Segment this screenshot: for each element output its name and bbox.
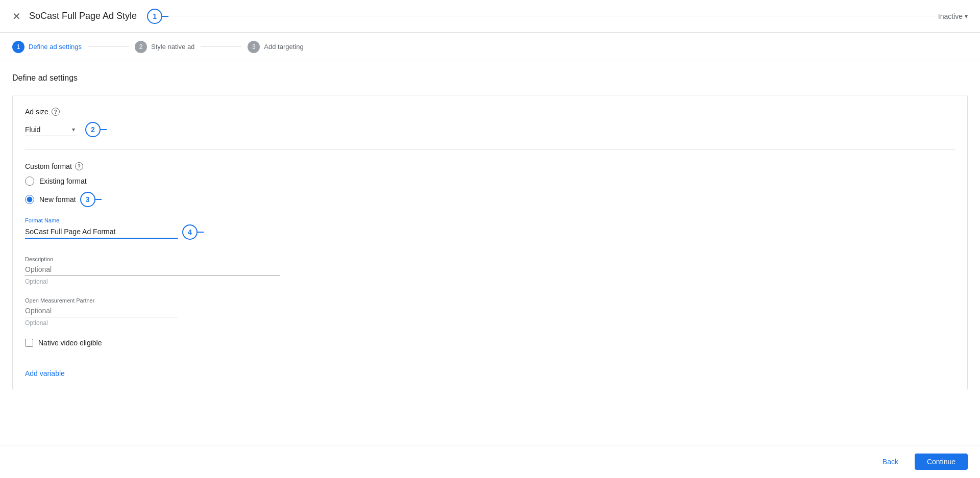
description-section: Description Optional	[25, 256, 955, 285]
ad-size-help-icon[interactable]: ?	[52, 108, 60, 116]
page-title: SoCast Full Page Ad Style	[29, 11, 137, 21]
step-3-label: Add targeting	[264, 43, 303, 51]
format-name-label: Format Name	[25, 217, 955, 223]
existing-format-input[interactable]	[25, 177, 34, 186]
main-content: Define ad settings Ad size ? Fluid Fixed…	[0, 61, 980, 411]
step-1-label: Define ad settings	[29, 43, 82, 51]
new-format-label: New format	[39, 195, 76, 204]
ad-size-section: Ad size ? Fluid Fixed Responsive 2	[25, 108, 955, 137]
section-title: Define ad settings	[12, 73, 968, 83]
open-measurement-input[interactable]	[25, 305, 178, 317]
header: ✕ SoCast Full Page Ad Style 1 Inactive ▾	[0, 0, 980, 33]
description-input[interactable]	[25, 263, 280, 276]
status-label: Inactive	[938, 12, 963, 20]
step-1[interactable]: 1 Define ad settings	[12, 41, 82, 53]
ad-size-select-wrapper: Fluid Fixed Responsive	[25, 123, 77, 136]
custom-format-radio-group: Existing format New format 3	[25, 177, 955, 207]
ad-size-label: Ad size ?	[25, 108, 955, 116]
existing-format-label: Existing format	[39, 177, 87, 185]
annotation-badge-2: 2	[85, 122, 101, 137]
new-format-row: New format 3	[25, 192, 955, 207]
open-measurement-section: Open Measurement Partner Optional	[25, 297, 955, 326]
header-underline	[168, 16, 938, 16]
description-hint: Optional	[25, 278, 955, 285]
status-dropdown[interactable]: Inactive ▾	[938, 12, 968, 20]
settings-card: Ad size ? Fluid Fixed Responsive 2 Custo…	[12, 95, 968, 390]
custom-format-label: Custom format ?	[25, 162, 955, 170]
existing-format-radio[interactable]: Existing format	[25, 177, 955, 186]
annotation-badge-3: 3	[80, 192, 95, 207]
step-1-number: 1	[12, 41, 24, 53]
native-video-section: Native video eligible	[25, 339, 955, 347]
chevron-down-icon: ▾	[965, 13, 968, 20]
add-variable-section: Add variable	[25, 359, 955, 378]
format-name-input-row: 4	[25, 224, 955, 240]
divider-1	[25, 149, 955, 150]
format-name-input[interactable]	[25, 225, 178, 239]
add-variable-button[interactable]: Add variable	[25, 369, 65, 378]
annotation-badge-1: 1	[147, 9, 162, 24]
step-2-label: Style native ad	[151, 43, 194, 51]
ad-size-dropdown-wrap: Fluid Fixed Responsive 2	[25, 122, 955, 137]
step-2[interactable]: 2 Style native ad	[135, 41, 194, 53]
stepper: 1 Define ad settings 2 Style native ad 3…	[0, 33, 980, 61]
ad-size-select[interactable]: Fluid Fixed Responsive	[25, 123, 77, 136]
format-name-section: Format Name 4	[25, 217, 955, 240]
native-video-label: Native video eligible	[38, 339, 102, 347]
custom-format-help-icon[interactable]: ?	[75, 162, 83, 170]
description-label: Description	[25, 256, 955, 262]
step-connector-1	[88, 46, 129, 47]
native-video-input[interactable]	[25, 339, 33, 347]
annotation-badge-4: 4	[182, 224, 198, 240]
open-measurement-label: Open Measurement Partner	[25, 297, 955, 304]
step-3-number: 3	[248, 41, 260, 53]
native-video-checkbox[interactable]: Native video eligible	[25, 339, 955, 347]
close-button[interactable]: ✕	[12, 10, 21, 22]
step-2-number: 2	[135, 41, 147, 53]
new-format-radio[interactable]: New format	[25, 195, 76, 204]
new-format-input[interactable]	[25, 195, 34, 204]
custom-format-section: Custom format ? Existing format New form…	[25, 162, 955, 207]
open-measurement-hint: Optional	[25, 319, 955, 326]
step-connector-2	[201, 46, 241, 47]
step-3[interactable]: 3 Add targeting	[248, 41, 303, 53]
